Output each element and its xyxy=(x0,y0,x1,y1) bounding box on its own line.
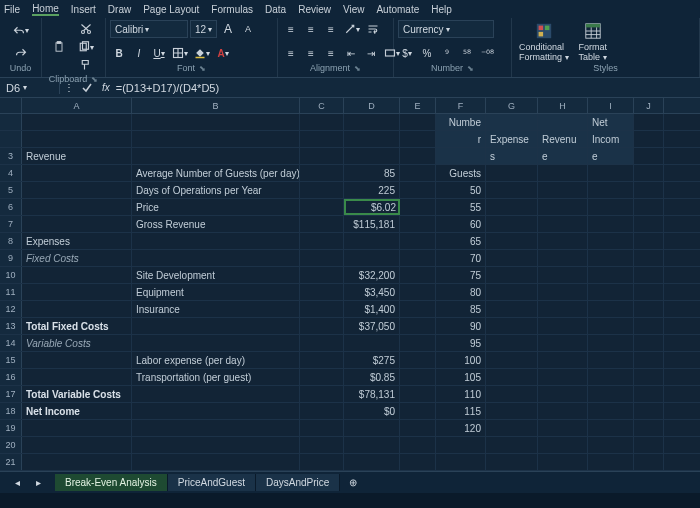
cell[interactable] xyxy=(634,131,664,147)
cell[interactable] xyxy=(400,420,436,436)
cell[interactable]: $0 xyxy=(344,403,400,419)
cell[interactable] xyxy=(300,318,344,334)
row-header[interactable]: 7 xyxy=(0,216,22,232)
sheet-tab[interactable]: Break-Even Analysis xyxy=(55,474,168,491)
cell[interactable]: r xyxy=(436,131,486,147)
borders-button[interactable]: ▾ xyxy=(170,44,190,62)
cell[interactable] xyxy=(486,386,538,402)
cell[interactable] xyxy=(538,182,588,198)
cell[interactable] xyxy=(634,420,664,436)
cell[interactable] xyxy=(486,233,538,249)
col-header[interactable]: B xyxy=(132,98,300,113)
cell[interactable]: 110 xyxy=(436,386,486,402)
cell[interactable]: Gross Revenue xyxy=(132,216,300,232)
percent-format-button[interactable]: % xyxy=(418,44,436,62)
cell[interactable] xyxy=(22,199,132,215)
cut-button[interactable] xyxy=(76,20,96,38)
cell[interactable] xyxy=(436,437,486,453)
cell[interactable] xyxy=(538,437,588,453)
cell[interactable] xyxy=(300,131,344,147)
format-painter-button[interactable] xyxy=(76,56,96,74)
cell[interactable] xyxy=(300,114,344,130)
cell[interactable] xyxy=(588,335,634,351)
cell[interactable] xyxy=(538,199,588,215)
cell[interactable] xyxy=(486,182,538,198)
cell[interactable] xyxy=(344,233,400,249)
cell[interactable] xyxy=(538,352,588,368)
cell[interactable] xyxy=(486,267,538,283)
cell[interactable] xyxy=(588,301,634,317)
cell[interactable] xyxy=(634,182,664,198)
cell[interactable] xyxy=(400,216,436,232)
cell[interactable]: e xyxy=(538,148,588,164)
cell[interactable] xyxy=(22,216,132,232)
row-header[interactable]: 6 xyxy=(0,199,22,215)
cell[interactable] xyxy=(344,335,400,351)
cell[interactable] xyxy=(634,301,664,317)
cell[interactable] xyxy=(132,403,300,419)
row-header[interactable]: 12 xyxy=(0,301,22,317)
cell[interactable] xyxy=(400,403,436,419)
format-as-table-button[interactable]: FormatTable ▾ xyxy=(576,22,611,62)
cell[interactable] xyxy=(300,403,344,419)
font-dialog-icon[interactable]: ⬊ xyxy=(199,64,206,73)
fill-color-button[interactable]: ▾ xyxy=(192,44,212,62)
cell[interactable] xyxy=(486,454,538,470)
fx-cancel-button[interactable] xyxy=(78,79,96,97)
cell[interactable] xyxy=(300,182,344,198)
cell[interactable] xyxy=(486,216,538,232)
row-header[interactable]: 9 xyxy=(0,250,22,266)
redo-button[interactable] xyxy=(12,44,30,62)
cell[interactable] xyxy=(486,403,538,419)
cell[interactable] xyxy=(634,352,664,368)
cell[interactable] xyxy=(538,403,588,419)
cell[interactable] xyxy=(436,454,486,470)
cell[interactable] xyxy=(634,199,664,215)
cell[interactable] xyxy=(400,148,436,164)
row-header[interactable]: 4 xyxy=(0,165,22,181)
menu-tab-help[interactable]: Help xyxy=(431,4,452,15)
cell[interactable] xyxy=(132,131,300,147)
menu-tab-insert[interactable]: Insert xyxy=(71,4,96,15)
row-header[interactable]: 14 xyxy=(0,335,22,351)
cell[interactable] xyxy=(588,369,634,385)
cell[interactable] xyxy=(634,284,664,300)
cell[interactable] xyxy=(538,335,588,351)
cell[interactable] xyxy=(300,267,344,283)
cell[interactable] xyxy=(538,386,588,402)
cell[interactable]: Expenses xyxy=(22,233,132,249)
wrap-text-button[interactable] xyxy=(364,20,382,38)
cell[interactable]: 90 xyxy=(436,318,486,334)
cell[interactable] xyxy=(22,437,132,453)
cell[interactable] xyxy=(634,335,664,351)
cell[interactable]: 100 xyxy=(436,352,486,368)
cell[interactable] xyxy=(538,454,588,470)
cell[interactable] xyxy=(538,233,588,249)
col-header[interactable]: J xyxy=(634,98,664,113)
align-left-button[interactable]: ≡ xyxy=(282,44,300,62)
cell[interactable] xyxy=(344,148,400,164)
row-header[interactable]: 21 xyxy=(0,454,22,470)
cell[interactable] xyxy=(132,386,300,402)
cell[interactable] xyxy=(300,301,344,317)
row-header[interactable]: 8 xyxy=(0,233,22,249)
cell[interactable]: $1,400 xyxy=(344,301,400,317)
cell[interactable]: 105 xyxy=(436,369,486,385)
cell[interactable] xyxy=(538,114,588,130)
cell[interactable] xyxy=(300,352,344,368)
cell[interactable]: 85 xyxy=(344,165,400,181)
increase-decimal-button[interactable]: ⁵⁸ xyxy=(458,44,476,62)
cell[interactable] xyxy=(132,250,300,266)
cell[interactable] xyxy=(400,386,436,402)
row-header[interactable]: 11 xyxy=(0,284,22,300)
indent-inc-button[interactable]: ⇥ xyxy=(362,44,380,62)
cell[interactable] xyxy=(538,301,588,317)
cell[interactable] xyxy=(634,386,664,402)
select-all-corner[interactable] xyxy=(0,98,22,113)
cell[interactable] xyxy=(538,284,588,300)
cell[interactable] xyxy=(634,437,664,453)
cell[interactable] xyxy=(486,199,538,215)
cell[interactable] xyxy=(634,216,664,232)
cell[interactable] xyxy=(400,199,436,215)
cell[interactable] xyxy=(436,148,486,164)
